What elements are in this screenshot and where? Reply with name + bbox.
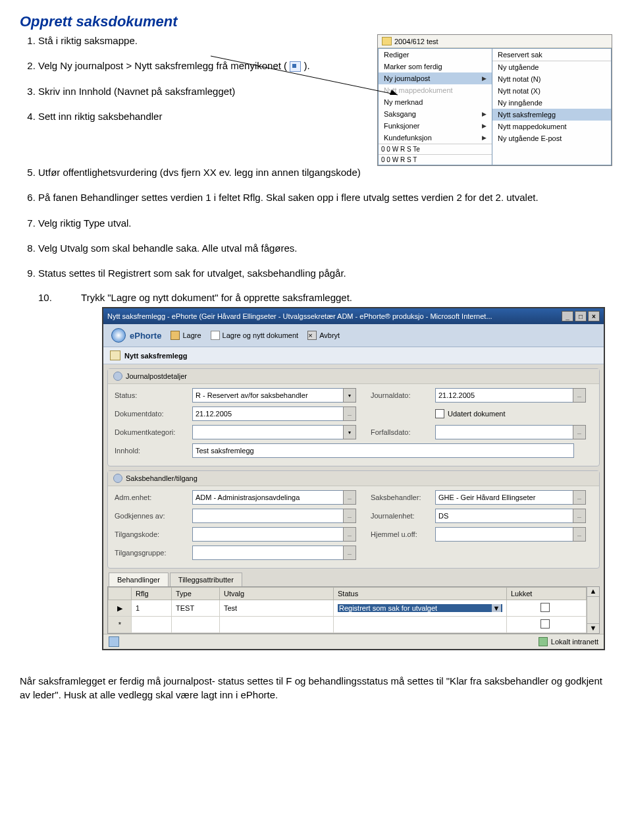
dokumentkategori-label: Dokumentkategori:	[115, 428, 192, 436]
chevron-down-icon: ▼	[492, 604, 501, 612]
col-status: Status	[334, 588, 507, 600]
lookup-button[interactable]: ...	[343, 490, 356, 505]
saksbehandler-label: Saksbehandler:	[371, 493, 435, 501]
table-row[interactable]: ▶ 1 TEST Test Registrert som sak for utv…	[109, 600, 587, 617]
footer-paragraph: Når saksframlegget er ferdig må journalp…	[20, 674, 612, 702]
dropdown-button[interactable]: ▼	[343, 425, 356, 439]
lagre-button[interactable]: Lagre	[171, 331, 201, 340]
status-field[interactable]: R - Reservert av/for saksbehandler	[192, 388, 344, 403]
ctx-kundefunksjon[interactable]: Kundefunksjon▶	[379, 132, 492, 144]
cell-status-dropdown[interactable]: Registrert som sak for utvalget▼	[338, 604, 502, 612]
ctx-status-row: 0 0 W R S T	[379, 154, 492, 165]
minimize-button[interactable]: _	[562, 311, 573, 322]
avbryt-button[interactable]: × Avbryt	[307, 331, 340, 340]
col-lukket: Lukket	[507, 588, 587, 600]
scroll-down-icon[interactable]: ▼	[587, 623, 599, 633]
tilgangskode-field[interactable]	[192, 527, 344, 542]
dialog-screenshot: Nytt saksfremlegg - ePhorte (Geir Håvard…	[102, 307, 605, 650]
ctx-funksjoner[interactable]: Funksjoner▶	[379, 120, 492, 132]
lukket-checkbox[interactable]	[540, 603, 550, 612]
lookup-button[interactable]: ...	[573, 490, 586, 505]
innhold-field[interactable]: Test saksfremlegg	[192, 443, 574, 458]
ctx-nytt-saksfremlegg[interactable]: Nytt saksfremlegg	[492, 109, 611, 121]
ephorte-logo-icon	[111, 328, 126, 343]
journaldato-label: Journaldato:	[371, 391, 435, 399]
folder-label: 2004/612 test	[394, 38, 438, 45]
dropdown-button[interactable]: ▼	[343, 388, 356, 403]
collapse-icon[interactable]	[113, 474, 122, 483]
maximize-button[interactable]: □	[575, 311, 587, 322]
ctx-nytt-notat-x[interactable]: Nytt notat (X)	[492, 85, 611, 97]
step-1: Stå i riktig saksmappe.	[38, 34, 371, 47]
lookup-button[interactable]: ...	[573, 527, 586, 542]
lookup-button[interactable]: ...	[573, 425, 586, 439]
step-8: Velg Utvalg som skal behandle saka. Alle…	[38, 242, 612, 255]
section-journalpostdetaljer: Journalpostdetaljer Status: R - Reserver…	[107, 368, 600, 466]
ctx-ny-utgaaende-epost[interactable]: Ny utgående E-post	[492, 132, 611, 144]
intranet-label: Lokalt intranett	[551, 638, 598, 646]
chevron-right-icon: ▶	[482, 75, 487, 82]
hjemmel-label: Hjemmel u.off:	[371, 530, 435, 538]
lookup-button[interactable]: ...	[343, 527, 356, 542]
folder-icon	[382, 37, 392, 45]
ctx-nytt-notat-n[interactable]: Nytt notat (N)	[492, 73, 611, 85]
ctx-ny-utgaaende[interactable]: Ny utgående	[492, 61, 611, 73]
cell-rflg[interactable]: 1	[132, 600, 172, 617]
journalenhet-field[interactable]: DS	[435, 509, 573, 523]
ctx-saksgang[interactable]: Saksgang▶	[379, 108, 492, 120]
innhold-label: Innhold:	[115, 447, 192, 455]
ctx-nytt-mappedokument-2[interactable]: Nytt mappedokument	[492, 121, 611, 132]
chevron-right-icon: ▶	[482, 134, 487, 141]
step-5: Utfør offentlighetsvurdering (dvs fjern …	[38, 166, 612, 179]
tab-tilleggsattributter[interactable]: Tilleggsattributter	[170, 573, 242, 586]
lookup-button[interactable]: ...	[343, 509, 356, 523]
context-submenu: Reservert sak Ny utgående Nytt notat (N)…	[492, 48, 612, 165]
pointer-arrow	[211, 53, 408, 105]
svg-marker-1	[390, 90, 398, 95]
tab-behandlinger[interactable]: Behandlinger	[109, 573, 169, 586]
hjemmel-field[interactable]	[435, 527, 573, 542]
dokumentdato-field[interactable]: 21.12.2005	[192, 406, 344, 421]
tilgangskode-label: Tilgangskode:	[115, 530, 192, 538]
document-icon	[110, 350, 120, 360]
saksbehandler-field[interactable]: GHE - Geir Håvard Ellingseter	[435, 490, 573, 505]
step-4: Sett inn riktig saksbehandler	[38, 110, 371, 123]
scrollbar[interactable]: ▲ ▼	[587, 587, 599, 633]
udatert-label: Udatert dokument	[448, 410, 505, 418]
collapse-icon[interactable]	[113, 372, 122, 381]
section-title: Saksbehandler/tilgang	[126, 474, 198, 482]
cell-utvalg[interactable]: Test	[220, 600, 334, 617]
lookup-button[interactable]: ...	[573, 509, 586, 523]
table-row[interactable]: *	[109, 617, 587, 633]
close-button[interactable]: ×	[588, 311, 600, 322]
scroll-up-icon[interactable]: ▲	[587, 587, 599, 597]
tilgangsgruppe-label: Tilgangsgruppe:	[115, 549, 192, 557]
col-type: Type	[172, 588, 220, 600]
behandlinger-grid: Rflg Type Utvalg Status Lukket ▶ 1 TEST …	[107, 586, 600, 634]
status-label: Status:	[115, 391, 192, 399]
journaldato-field[interactable]: 21.12.2005	[435, 388, 573, 403]
lagre-nytt-dokument-button[interactable]: Lagre og nytt dokument	[211, 331, 299, 340]
godkjennes-field[interactable]	[192, 509, 344, 523]
window-titlebar: Nytt saksfremlegg - ePhorte (Geir Håvard…	[103, 308, 604, 324]
forfallsdato-label: Forfallsdato:	[371, 428, 435, 436]
udatert-checkbox[interactable]	[435, 409, 444, 418]
step-6: På fanen Behandlinger settes verdien 1 i…	[38, 191, 612, 204]
tilgangsgruppe-field[interactable]	[192, 546, 344, 560]
chevron-right-icon: ▶	[482, 123, 487, 129]
ctx-reservert-sak[interactable]: Reservert sak	[492, 49, 611, 61]
dokumentkategori-field[interactable]	[192, 425, 344, 439]
intranet-icon	[539, 637, 548, 646]
admenhet-field[interactable]: ADM - Administrasjonsavdelinga	[192, 490, 344, 505]
forfallsdato-field[interactable]	[435, 425, 573, 439]
window-title: Nytt saksfremlegg - ePhorte (Geir Håvard…	[107, 312, 492, 320]
step-9: Status settes til Registrert som sak for…	[38, 267, 612, 280]
cancel-icon: ×	[307, 331, 317, 340]
cell-type[interactable]: TEST	[172, 600, 220, 617]
step-10-number: 10.	[38, 292, 52, 303]
lookup-button[interactable]: ...	[573, 388, 586, 403]
lukket-checkbox[interactable]	[540, 619, 550, 629]
ctx-ny-inngaaende[interactable]: Ny inngående	[492, 97, 611, 109]
lookup-button[interactable]: ...	[343, 546, 356, 560]
lookup-button[interactable]: ...	[343, 406, 356, 421]
